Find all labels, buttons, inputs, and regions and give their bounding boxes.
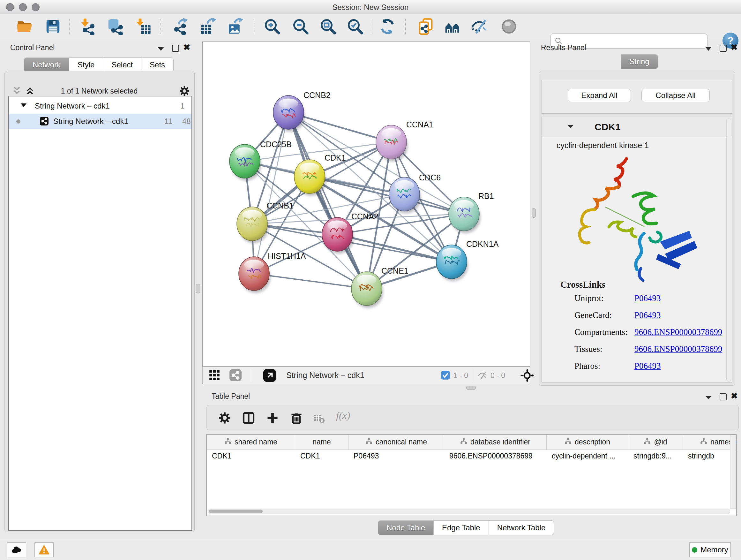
- table-settings-gear-icon[interactable]: [218, 411, 232, 425]
- tab-select[interactable]: Select: [103, 57, 141, 72]
- apply-layout-icon[interactable]: [379, 18, 396, 35]
- zoom-out-icon[interactable]: [292, 18, 309, 35]
- control-panel-menu-icon[interactable]: [158, 47, 164, 51]
- tab-network-table[interactable]: Network Table: [489, 520, 554, 535]
- table-panel-menu-icon[interactable]: [705, 396, 711, 399]
- tree-expander-icon[interactable]: [21, 104, 26, 107]
- network-row-selected[interactable]: String Network – cdk1 11 48: [9, 114, 192, 129]
- import-network-database-icon[interactable]: [106, 18, 124, 35]
- column-header-name[interactable]: name: [295, 435, 348, 449]
- results-panel-menu-icon[interactable]: [705, 47, 711, 51]
- network-node[interactable]: [239, 257, 270, 293]
- crosslink-link[interactable]: P06493: [634, 361, 661, 371]
- column-header-shared-name[interactable]: shared name: [207, 435, 295, 449]
- results-panel-close-icon[interactable]: ✖: [731, 44, 738, 51]
- warnings-button[interactable]: [35, 543, 54, 557]
- results-panel-float-icon[interactable]: [720, 45, 727, 52]
- network-view-mode-icon[interactable]: [229, 369, 242, 381]
- detach-view-icon[interactable]: [263, 369, 276, 382]
- gene-section-header[interactable]: CDK1: [542, 117, 732, 137]
- table-cell[interactable]: cyclin-dependent ...: [547, 450, 628, 462]
- import-table-file-icon[interactable]: [134, 18, 151, 35]
- section-collapse-icon[interactable]: [568, 125, 574, 128]
- network-collection-row[interactable]: String Network – cdk1 1: [9, 98, 192, 114]
- crosslink-link[interactable]: 9606.ENSP00000378699: [634, 344, 722, 354]
- network-node[interactable]: [449, 197, 480, 233]
- tab-string[interactable]: String: [621, 54, 658, 69]
- network-node[interactable]: [436, 245, 468, 281]
- table-panel-float-icon[interactable]: [720, 393, 727, 400]
- expand-all-button[interactable]: Expand All: [568, 89, 631, 102]
- tab-sets[interactable]: Sets: [141, 57, 174, 72]
- table-vertical-scrollbar[interactable]: [730, 435, 736, 509]
- table-cell[interactable]: P06493: [348, 450, 444, 462]
- network-canvas[interactable]: CCNB2CCNA1CDC25BCDK1CDC6RB1CCNB1CCNA2CDK…: [202, 42, 530, 367]
- crosslink-link[interactable]: P06493: [634, 294, 661, 303]
- network-edge[interactable]: [254, 273, 367, 289]
- main-toolbar: ?: [0, 14, 741, 39]
- right-splitter-handle[interactable]: [532, 208, 536, 218]
- gear-icon[interactable]: [179, 85, 191, 97]
- network-edge[interactable]: [254, 112, 288, 273]
- delete-column-trash-icon[interactable]: [289, 411, 304, 425]
- tab-style[interactable]: Style: [69, 57, 103, 72]
- network-edge[interactable]: [288, 112, 367, 289]
- grid-view-icon[interactable]: [208, 369, 220, 381]
- scrollbar-thumb[interactable]: [209, 509, 263, 513]
- control-panel-close-icon[interactable]: ✖: [183, 44, 190, 51]
- column-header-database-identifier[interactable]: database identifier: [444, 435, 547, 449]
- export-image-icon[interactable]: [226, 18, 243, 35]
- table-cell[interactable]: CDK1: [295, 450, 348, 462]
- bottom-splitter-handle[interactable]: [466, 386, 476, 390]
- cloud-button[interactable]: [7, 543, 26, 557]
- hide-selected-icon[interactable]: [471, 18, 488, 35]
- selected-checkbox-icon[interactable]: [441, 370, 450, 380]
- table-cell[interactable]: 9606.ENSP00000378699: [444, 450, 547, 462]
- export-network-icon[interactable]: [172, 18, 189, 35]
- table-cell[interactable]: CDK1: [207, 450, 295, 462]
- memory-label: Memory: [700, 545, 728, 554]
- add-column-icon[interactable]: [266, 411, 280, 425]
- zoom-fit-icon[interactable]: [320, 18, 337, 35]
- table-horizontal-scrollbar[interactable]: [208, 509, 730, 514]
- clone-network-icon[interactable]: [417, 18, 434, 35]
- tab-node-table[interactable]: Node Table: [378, 520, 434, 535]
- left-splitter-handle[interactable]: [196, 284, 200, 294]
- gene-description: cyclin-dependent kinase 1: [556, 141, 649, 150]
- network-node[interactable]: [273, 96, 305, 132]
- zoom-selected-icon[interactable]: [347, 18, 364, 35]
- tab-edge-table[interactable]: Edge Table: [434, 520, 489, 535]
- table-row[interactable]: CDK1CDK1P064939606.ENSP00000378699cyclin…: [207, 450, 736, 462]
- network-node[interactable]: [351, 272, 383, 308]
- collapse-all-button[interactable]: Collapse All: [642, 89, 710, 102]
- tab-network[interactable]: Network: [24, 57, 69, 72]
- export-table-icon[interactable]: [199, 18, 216, 35]
- network-node[interactable]: [237, 207, 268, 243]
- network-node[interactable]: [322, 217, 354, 253]
- show-network-overview-icon[interactable]: [444, 18, 461, 35]
- crosslink-link[interactable]: P06493: [634, 310, 661, 320]
- network-node[interactable]: [389, 177, 421, 213]
- results-vertical-scrollbar[interactable]: [726, 118, 731, 381]
- network-node[interactable]: [294, 160, 326, 196]
- save-session-icon[interactable]: [44, 18, 62, 35]
- column-header-namespace[interactable]: namespace: [683, 435, 737, 449]
- network-node[interactable]: [376, 125, 408, 161]
- table-cell[interactable]: stringdb: [683, 450, 737, 462]
- collection-count: 1: [180, 102, 185, 111]
- table-panel-close-icon[interactable]: ✖: [731, 393, 738, 399]
- show-columns-icon[interactable]: [242, 411, 256, 425]
- crosslink-link[interactable]: 9606.ENSP00000378699: [634, 327, 722, 337]
- table-cell[interactable]: stringdb:9...: [628, 450, 683, 462]
- import-network-file-icon[interactable]: [78, 18, 96, 35]
- pan-crosshair-icon[interactable]: [521, 369, 534, 382]
- column-header-description[interactable]: description: [547, 435, 628, 449]
- open-session-icon[interactable]: [16, 18, 33, 35]
- show-all-icon[interactable]: [500, 18, 518, 35]
- zoom-in-icon[interactable]: [264, 18, 281, 35]
- memory-button[interactable]: Memory: [689, 543, 731, 557]
- column-header--id[interactable]: @id: [628, 435, 683, 449]
- control-panel-float-icon[interactable]: [172, 45, 179, 52]
- network-node[interactable]: [229, 144, 261, 180]
- column-header-canonical-name[interactable]: canonical name: [348, 435, 444, 449]
